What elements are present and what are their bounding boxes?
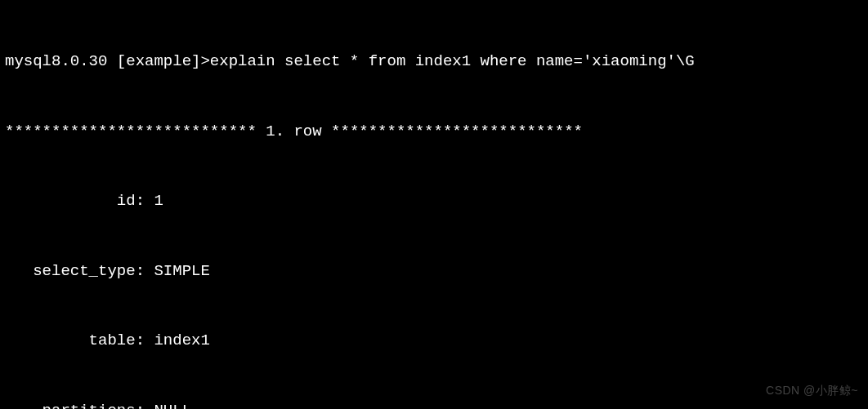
stars-right: *************************** — [322, 122, 583, 140]
row-separator: *************************** 1. row *****… — [5, 120, 863, 144]
command-line[interactable]: mysql8.0.30 [example]>explain select * f… — [5, 50, 863, 73]
field-name: select_type — [5, 260, 136, 283]
terminal-output: mysql8.0.30 [example]>explain select * f… — [5, 3, 863, 409]
prompt-text: mysql8.0.30 [example]> — [5, 52, 210, 70]
field-row-partitions: partitions: NULL — [5, 399, 863, 410]
field-value: 1 — [154, 189, 163, 213]
field-row-id: id: 1 — [5, 189, 863, 213]
field-value: index1 — [154, 329, 209, 353]
colon: : — [136, 189, 154, 213]
watermark-text: CSDN @小胖鲸~ — [766, 382, 858, 399]
field-value: SIMPLE — [154, 260, 209, 283]
command-text: explain select * from index1 where name=… — [210, 52, 695, 70]
field-name: table — [5, 329, 136, 353]
field-row-select-type: select_type: SIMPLE — [5, 260, 863, 283]
stars-left: *************************** — [5, 122, 266, 140]
row-number: 1. row — [266, 122, 321, 140]
field-name: id — [5, 189, 136, 213]
field-name: partitions — [5, 399, 136, 410]
colon: : — [136, 399, 154, 410]
colon: : — [136, 329, 154, 353]
field-value: NULL — [154, 399, 191, 410]
colon: : — [136, 260, 154, 283]
field-row-table: table: index1 — [5, 329, 863, 353]
